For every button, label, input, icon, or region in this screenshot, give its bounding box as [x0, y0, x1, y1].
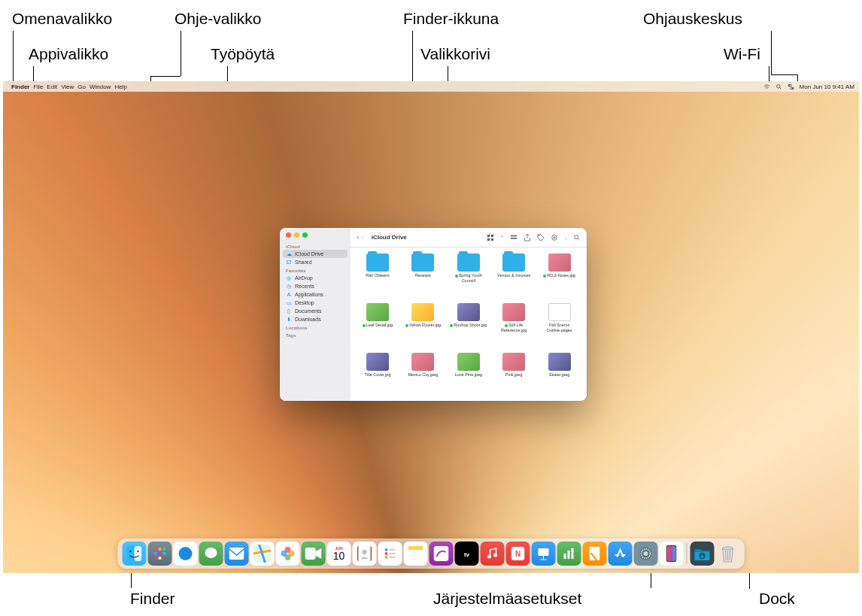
svg-point-56: [487, 555, 491, 559]
dock-keynote[interactable]: [532, 542, 556, 566]
search-button[interactable]: [573, 234, 581, 241]
file-item[interactable]: Rooftop Shoot.jpg: [446, 303, 491, 350]
dock-contacts[interactable]: [353, 542, 377, 566]
dock-news[interactable]: N: [506, 542, 530, 566]
dock: JUN10 tv N: [118, 539, 745, 569]
menubar-datetime[interactable]: Mon Jun 10 9:41 AM: [800, 83, 854, 90]
svg-rect-24: [159, 552, 162, 555]
file-item[interactable]: RD.2-Notes.jpg: [537, 253, 582, 300]
share-button[interactable]: [524, 234, 531, 241]
view-icons-button[interactable]: [487, 234, 494, 241]
dock-iphone-mirroring[interactable]: [660, 542, 684, 566]
file-item[interactable]: Lone Pine.jpeg: [446, 353, 491, 395]
dock-pages[interactable]: [583, 542, 607, 566]
svg-rect-38: [305, 548, 316, 560]
finder-content[interactable]: Rail ChasersReceiptsSpring Youth Council…: [351, 247, 587, 401]
file-item[interactable]: Still Life Reference.jpg: [491, 303, 536, 350]
fullscreen-button[interactable]: [302, 232, 308, 238]
file-item[interactable]: Vendor & Invoices: [491, 253, 536, 300]
menu-help[interactable]: Help: [114, 83, 126, 90]
group-button[interactable]: [510, 234, 518, 241]
view-switcher[interactable]: ⌃: [500, 235, 504, 240]
dock-photos[interactable]: [276, 542, 300, 566]
finder-window[interactable]: iCloud☁iCloud Drive⚁SharedFavorites◎AirD…: [280, 228, 587, 401]
tags-button[interactable]: [537, 234, 545, 241]
dock-system-settings[interactable]: [634, 542, 658, 566]
spotlight-icon[interactable]: [775, 83, 782, 90]
sidebar-item-label: Recents: [295, 284, 314, 289]
dock-finder[interactable]: [123, 542, 147, 566]
finder-toolbar: ‹ › iCloud Drive ⌃ ⌄: [351, 228, 587, 247]
callout-finder-window: Finder-ikkuna: [403, 10, 499, 28]
dock-safari[interactable]: [174, 542, 198, 566]
file-item[interactable]: Pink.jpeg: [491, 353, 536, 395]
svg-rect-7: [491, 234, 493, 236]
dock-music[interactable]: [481, 542, 505, 566]
file-item[interactable]: Spring Youth Council: [446, 253, 491, 300]
svg-point-31: [205, 548, 217, 558]
sidebar-item-shared[interactable]: ⚁Shared: [280, 258, 351, 266]
svg-point-57: [493, 554, 497, 557]
menu-window[interactable]: Window: [90, 83, 111, 90]
app-menu[interactable]: Finder: [11, 83, 29, 90]
desktop[interactable]: Finder File Edit View Go Window Help Mon…: [3, 81, 859, 573]
dock-launchpad[interactable]: [148, 542, 172, 566]
download-icon: ⬇: [286, 317, 292, 323]
file-thumbnail: [457, 303, 480, 321]
svg-line-15: [578, 238, 579, 240]
sidebar-item-downloads[interactable]: ⬇Downloads: [280, 315, 351, 323]
sidebar-item-label: AirDrop: [295, 275, 313, 281]
callout-help-menu: Ohje-valikko: [175, 10, 262, 28]
sidebar-item-airdrop[interactable]: ◎AirDrop: [280, 274, 351, 282]
file-item[interactable]: Title Cover.jpg: [355, 353, 400, 395]
svg-point-19: [138, 551, 139, 552]
file-item[interactable]: Skater.jpeg: [537, 353, 582, 395]
callout-line: [150, 76, 181, 77]
dock-downloads[interactable]: [691, 542, 715, 566]
action-chevron[interactable]: ⌄: [564, 235, 567, 240]
dock-appstore[interactable]: [609, 542, 633, 566]
minimize-button[interactable]: [294, 232, 299, 238]
menu-view[interactable]: View: [61, 83, 74, 90]
sidebar-item-icloud-drive[interactable]: ☁iCloud Drive: [283, 250, 348, 258]
dock-maps[interactable]: [250, 542, 275, 566]
menu-edit[interactable]: Edit: [47, 83, 57, 90]
dock-reminders[interactable]: [378, 542, 402, 566]
file-item[interactable]: Leaf Detail.jpg: [355, 303, 400, 350]
file-item[interactable]: Receipts: [400, 253, 445, 300]
action-button[interactable]: [551, 234, 558, 241]
back-button[interactable]: ‹: [357, 233, 359, 241]
menu-go[interactable]: Go: [77, 83, 86, 90]
folder-icon: [366, 253, 389, 272]
dock-tv[interactable]: tv: [455, 542, 479, 566]
dock-freeform[interactable]: [429, 542, 454, 566]
dock-facetime[interactable]: [302, 542, 326, 566]
dock-trash[interactable]: [716, 542, 740, 566]
svg-text:tv: tv: [464, 551, 470, 558]
sidebar-item-applications[interactable]: AApplications: [280, 290, 351, 299]
dock-numbers[interactable]: [557, 542, 581, 566]
svg-rect-65: [572, 548, 574, 559]
dock-mail[interactable]: [225, 542, 249, 566]
sidebar-section-label: Locations: [280, 323, 351, 331]
sidebar-item-documents[interactable]: ▯Documents: [280, 307, 351, 315]
file-item[interactable]: Mexico City.jpeg: [400, 353, 445, 395]
sidebar-item-desktop[interactable]: ▭Desktop: [280, 299, 351, 307]
dock-messages[interactable]: [199, 542, 223, 566]
file-item[interactable]: Fall Scents Outline.pages: [537, 303, 582, 350]
file-name: Spring Youth Council: [448, 273, 490, 283]
control-center-icon[interactable]: [788, 83, 794, 90]
wifi-icon[interactable]: [763, 83, 770, 90]
sidebar-item-label: iCloud Drive: [295, 251, 323, 256]
file-thumbnail: [411, 353, 434, 371]
forward-button[interactable]: ›: [361, 233, 363, 241]
dock-notes[interactable]: [404, 542, 428, 566]
menu-file[interactable]: File: [33, 83, 43, 90]
file-item[interactable]: Yellow Flower.jpg: [400, 303, 445, 350]
file-item[interactable]: Rail Chasers: [355, 253, 400, 300]
dock-calendar[interactable]: JUN10: [327, 542, 351, 566]
close-button[interactable]: [286, 232, 291, 238]
clock-icon: ◷: [286, 284, 292, 290]
svg-rect-64: [568, 551, 570, 559]
sidebar-item-recents[interactable]: ◷Recents: [280, 282, 351, 290]
